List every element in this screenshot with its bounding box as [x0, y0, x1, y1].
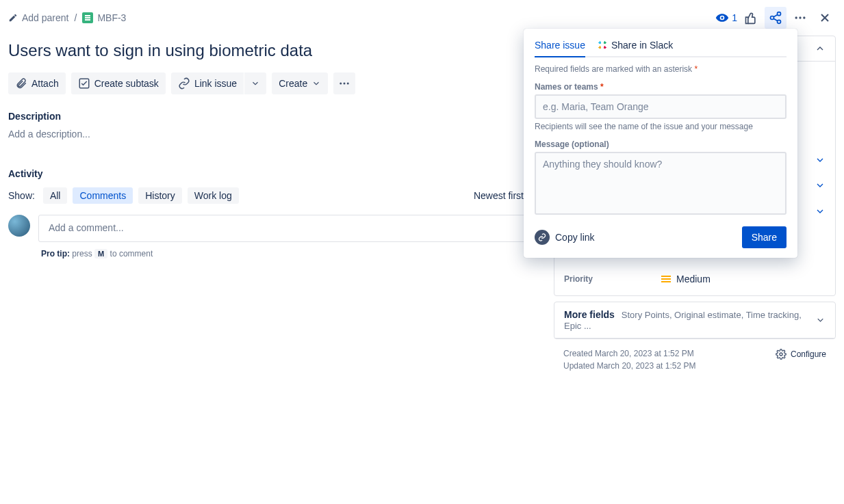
- share-button[interactable]: [765, 7, 787, 29]
- configure-button[interactable]: Configure: [776, 349, 826, 360]
- svg-point-8: [344, 83, 346, 85]
- names-label: Names or teams *: [535, 82, 787, 92]
- create-subtask-button[interactable]: Create subtask: [71, 72, 166, 94]
- svg-point-0: [778, 12, 781, 16]
- svg-point-9: [347, 83, 349, 85]
- priority-label: Priority: [564, 274, 653, 284]
- dots-icon: [793, 11, 807, 25]
- toolbar-more-button[interactable]: [333, 72, 355, 94]
- story-icon: [82, 12, 93, 23]
- chevron-down-icon: [311, 79, 321, 88]
- breadcrumb-separator: /: [75, 12, 77, 23]
- description-heading: Description: [8, 111, 537, 122]
- svg-point-5: [803, 16, 805, 18]
- chevron-up-icon: [815, 43, 826, 54]
- attach-button[interactable]: Attach: [8, 72, 66, 94]
- link-issue-button[interactable]: Link issue: [171, 72, 244, 94]
- created-date: Created March 20, 2023 at 1:52 PM: [563, 349, 695, 358]
- watch-button[interactable]: 1: [715, 11, 737, 25]
- protip: Pro tip: press M to comment: [41, 249, 537, 258]
- updated-date: Updated March 20, 2023 at 1:52 PM: [563, 361, 695, 371]
- share-tab-issue[interactable]: Share issue: [535, 40, 585, 57]
- message-input[interactable]: [535, 152, 787, 215]
- share-icon: [769, 11, 782, 25]
- pencil-icon: [8, 13, 18, 23]
- more-fields-header[interactable]: More fields Story Points, Original estim…: [554, 302, 835, 339]
- link-issue-dropdown[interactable]: [244, 72, 266, 94]
- more-actions-button[interactable]: [789, 7, 811, 29]
- chevron-down-icon[interactable]: [815, 180, 826, 191]
- slack-icon: [598, 40, 607, 50]
- create-button[interactable]: Create: [272, 72, 328, 94]
- eye-icon: [715, 11, 729, 25]
- subtask-icon: [78, 77, 90, 90]
- gear-icon: [776, 349, 787, 360]
- chevron-down-icon: [815, 315, 826, 326]
- chevron-down-icon[interactable]: [815, 206, 826, 217]
- tab-comments[interactable]: Comments: [73, 187, 133, 204]
- close-button[interactable]: [814, 7, 836, 29]
- comment-input[interactable]: Add a comment...: [38, 215, 537, 242]
- svg-point-1: [771, 16, 774, 20]
- svg-point-3: [795, 16, 797, 18]
- close-icon: [818, 11, 832, 25]
- issue-key-link[interactable]: MBF-3: [82, 12, 126, 23]
- tab-history[interactable]: History: [138, 187, 182, 204]
- thumbs-up-icon: [744, 11, 758, 25]
- tab-all[interactable]: All: [43, 187, 68, 204]
- like-button[interactable]: [740, 7, 762, 29]
- svg-point-4: [799, 16, 801, 18]
- share-submit-button[interactable]: Share: [742, 226, 787, 248]
- description-field[interactable]: Add a description...: [8, 129, 537, 140]
- message-label: Message (optional): [535, 140, 787, 149]
- tab-worklog[interactable]: Work log: [188, 187, 239, 204]
- activity-heading: Activity: [8, 168, 537, 179]
- names-input[interactable]: [535, 94, 787, 119]
- dots-icon: [338, 77, 350, 90]
- breadcrumb: Add parent / MBF-3: [8, 12, 126, 23]
- add-parent-button[interactable]: Add parent: [8, 12, 69, 23]
- chevron-down-icon: [251, 79, 260, 88]
- chevron-down-icon[interactable]: [815, 155, 826, 165]
- required-hint: Required fields are marked with an aster…: [535, 64, 787, 74]
- avatar: [8, 215, 30, 237]
- share-tab-slack[interactable]: Share in Slack: [598, 40, 673, 57]
- watch-count-value: 1: [732, 12, 737, 23]
- issue-title[interactable]: Users want to sign in using biometric da…: [8, 41, 537, 60]
- share-popover: Share issue Share in Slack Required fiel…: [524, 29, 797, 258]
- add-parent-label: Add parent: [22, 12, 69, 23]
- priority-value[interactable]: Medium: [661, 274, 826, 284]
- link-icon: [535, 230, 550, 245]
- issue-key: MBF-3: [97, 12, 126, 23]
- svg-point-7: [340, 83, 342, 85]
- link-icon: [178, 77, 190, 90]
- svg-point-11: [780, 353, 782, 356]
- paperclip-icon: [15, 77, 27, 90]
- names-hint: Recipients will see the name of the issu…: [535, 122, 787, 131]
- show-label: Show:: [8, 190, 35, 201]
- priority-medium-icon: [661, 276, 671, 282]
- copy-link-button[interactable]: Copy link: [535, 230, 595, 245]
- svg-point-2: [778, 20, 781, 23]
